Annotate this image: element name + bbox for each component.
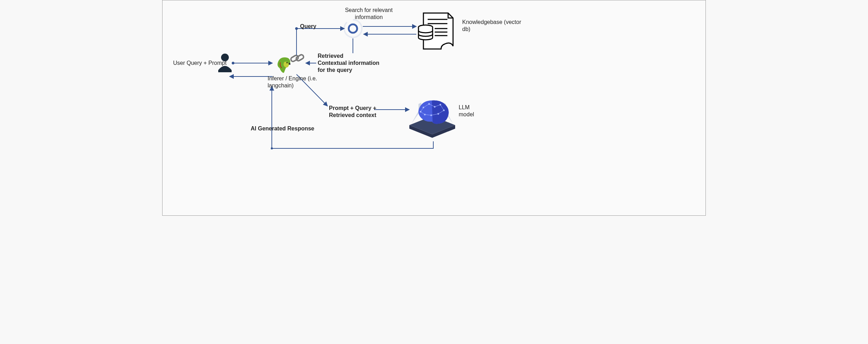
label-llm-line1: LLM: [459, 104, 470, 111]
label-inferer-line1: Inferer / Engine (i.e.: [268, 75, 317, 82]
svg-line-26: [431, 114, 438, 115]
label-retrieved-line3: for the query: [318, 67, 352, 74]
svg-line-27: [425, 115, 431, 115]
svg-line-29: [421, 108, 423, 112]
label-prompt-line2: Retrieved context: [329, 112, 376, 119]
svg-point-18: [430, 115, 432, 116]
chain-link-icon: [290, 52, 304, 64]
svg-point-2: [286, 62, 287, 63]
svg-rect-3: [290, 55, 299, 62]
label-search-line1: Search for relevant: [339, 7, 399, 14]
svg-line-28: [421, 112, 425, 115]
label-search-line2: information: [339, 14, 399, 21]
diagram-svg: [163, 0, 705, 215]
svg-line-25: [438, 110, 444, 114]
label-query: Query: [300, 23, 316, 30]
svg-point-30: [295, 27, 298, 30]
knowledgebase-icon: [418, 13, 453, 49]
label-retrieved-line1: Retrieved: [318, 53, 343, 60]
label-kb-line1: Knowledgebase (vector: [462, 19, 521, 26]
svg-point-15: [440, 104, 441, 105]
svg-point-12: [423, 107, 424, 108]
label-kb-line2: db): [462, 26, 470, 33]
diagram-canvas: User Query + Prompt Inferer / Engine (i.…: [162, 0, 706, 216]
svg-line-23: [435, 105, 440, 107]
svg-line-24: [440, 105, 444, 110]
llm-brain-icon: [409, 100, 455, 138]
svg-point-13: [428, 103, 430, 105]
svg-point-11: [418, 25, 433, 29]
svg-rect-4: [295, 54, 304, 61]
svg-line-21: [423, 104, 429, 108]
svg-point-19: [424, 114, 426, 115]
svg-point-16: [443, 110, 445, 111]
label-inferer-line2: langchain): [268, 82, 294, 90]
svg-point-5: [349, 24, 357, 33]
label-ai-response: AI Generated Response: [251, 125, 314, 133]
label-llm-line2: model: [459, 111, 474, 118]
arrow-engine-to-search: [297, 29, 344, 55]
svg-line-22: [429, 104, 435, 107]
svg-point-14: [434, 106, 435, 108]
svg-point-20: [420, 111, 421, 112]
label-retrieved-line2: Contextual information: [318, 60, 379, 67]
svg-point-17: [438, 113, 439, 115]
search-spinner-icon: [344, 20, 362, 37]
parrot-icon: [277, 57, 291, 73]
label-user-query: User Query + Prompt: [173, 60, 227, 67]
label-prompt-line1: Prompt + Query +: [329, 105, 376, 112]
svg-point-31: [271, 147, 273, 149]
